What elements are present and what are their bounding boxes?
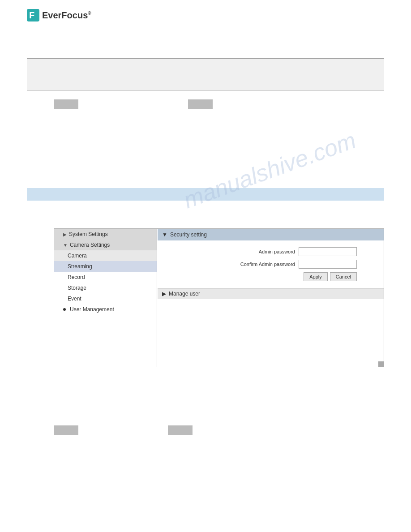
right-panel: ▼ Security setting Admin password Confir…: [158, 229, 384, 367]
manage-user-label: Manage user: [169, 291, 200, 297]
main-content-container: ▶ System Settings ▼ Camera Settings Came…: [54, 228, 384, 367]
sidebar-item-camera[interactable]: Camera: [54, 250, 157, 261]
confirm-password-label: Confirm Admin password: [240, 262, 295, 267]
header-bar-bottom: [27, 90, 384, 90]
sidebar-item-streaming[interactable]: Streaming: [54, 261, 157, 272]
sidebar: ▶ System Settings ▼ Camera Settings Came…: [54, 229, 157, 367]
logo-reg: ®: [88, 11, 91, 16]
admin-password-input[interactable]: [299, 247, 357, 256]
resize-handle[interactable]: [378, 361, 384, 367]
manage-user-arrow: ▶: [162, 291, 166, 297]
sidebar-item-system-settings[interactable]: ▶ System Settings: [54, 229, 157, 240]
confirm-password-input[interactable]: [299, 260, 357, 269]
sidebar-item-event[interactable]: Event: [54, 293, 157, 304]
confirm-password-row: Confirm Admin password: [167, 260, 375, 269]
camera-settings-label: Camera Settings: [70, 242, 110, 248]
event-label: Event: [68, 296, 81, 302]
everfocus-logo-icon: F: [27, 9, 39, 21]
camera-label: Camera: [68, 253, 87, 259]
header-bar: [27, 59, 384, 90]
logo: F EverFocus®: [27, 9, 91, 21]
manage-user-bar[interactable]: ▶ Manage user: [158, 288, 384, 299]
cancel-button[interactable]: Cancel: [330, 272, 357, 281]
admin-password-label: Admin password: [259, 249, 295, 254]
logo-text: EverFocus®: [42, 10, 91, 21]
blue-highlight-bar: [27, 188, 384, 201]
security-header-label: Security setting: [170, 232, 207, 238]
gray-box-bottom-right: [168, 425, 193, 435]
sidebar-item-storage[interactable]: Storage: [54, 283, 157, 293]
security-header-arrow: ▼: [162, 232, 167, 238]
streaming-label: Streaming: [68, 263, 92, 270]
security-form: Admin password Confirm Admin password Ap…: [158, 240, 384, 288]
security-setting-header: ▼ Security setting: [158, 229, 384, 240]
sidebar-item-record[interactable]: Record: [54, 272, 157, 283]
apply-button[interactable]: Apply: [304, 272, 328, 281]
user-management-label: User Management: [70, 306, 114, 313]
form-buttons: Apply Cancel: [167, 272, 375, 281]
sidebar-item-user-management[interactable]: User Management: [54, 304, 157, 315]
storage-label: Storage: [68, 285, 86, 291]
user-management-dot: [63, 308, 66, 311]
admin-password-row: Admin password: [167, 247, 375, 256]
system-settings-arrow: ▶: [63, 232, 67, 237]
gray-box-top-left: [54, 99, 78, 109]
camera-settings-arrow: ▼: [63, 243, 68, 248]
gray-box-top-right: [188, 99, 213, 109]
record-label: Record: [68, 274, 85, 280]
gray-box-bottom-left: [54, 425, 78, 435]
system-settings-label: System Settings: [69, 231, 108, 237]
svg-text:F: F: [29, 10, 34, 20]
watermark: manualshive.com: [180, 127, 360, 214]
sidebar-item-camera-settings[interactable]: ▼ Camera Settings: [54, 240, 157, 250]
